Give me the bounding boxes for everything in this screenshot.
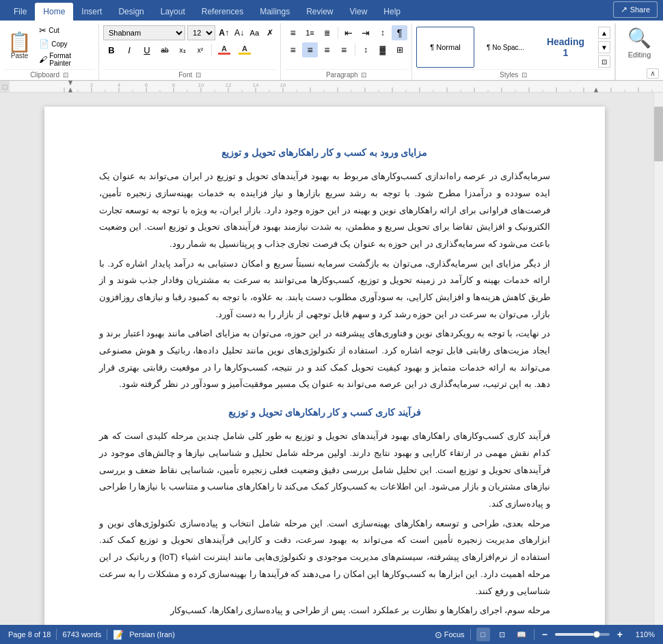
- paragraph-expand-icon[interactable]: ⊡: [361, 71, 366, 79]
- paragraph-label: Paragraph ⊡: [285, 69, 407, 80]
- borders-button[interactable]: ⊞: [392, 42, 407, 57]
- svg-text:8: 8: [172, 82, 176, 88]
- styles-more[interactable]: ⊡: [598, 55, 610, 68]
- shading-button[interactable]: ▓: [375, 42, 390, 57]
- section2-para3: مرحله سوم، اجرای راهکارها و نظارت بر عمل…: [99, 602, 550, 619]
- show-paragraph-button[interactable]: ¶: [392, 25, 407, 40]
- ruler: ▢ 2 4 6: [0, 81, 663, 93]
- tab-insert[interactable]: Insert: [73, 3, 110, 21]
- font-family-select[interactable]: Shabnam Arial Times New Roman: [103, 25, 185, 40]
- focus-button[interactable]: ⊙ Focus: [435, 630, 465, 640]
- web-view-button[interactable]: ⊡: [496, 628, 509, 641]
- styles-group: ¶ Normal ¶ No Spac... Heading 1 ▲ ▼ ⊡ St…: [412, 23, 615, 80]
- print-view-button[interactable]: □: [476, 628, 490, 641]
- svg-text:16: 16: [280, 82, 286, 88]
- tab-layout[interactable]: Layout: [152, 3, 193, 21]
- svg-text:12: 12: [226, 82, 232, 88]
- collapse-ribbon-button[interactable]: ∧: [647, 68, 659, 79]
- page-info[interactable]: Page 8 of 18: [8, 630, 51, 639]
- ribbon-tabs-row: File Home Insert Design Layout Reference…: [0, 0, 663, 21]
- editing-label: Editing: [628, 51, 651, 59]
- tab-home[interactable]: Home: [35, 3, 73, 21]
- section2-title: فرآیند کاری کسب و کار راهکارهای تحویل و …: [99, 404, 550, 421]
- language-info[interactable]: Persian (Iran): [129, 630, 175, 639]
- focus-icon: ⊙: [435, 630, 442, 640]
- svg-text:2: 2: [90, 82, 94, 88]
- paste-icon: 📋: [8, 33, 31, 52]
- section1-para1: سرمایه‌گذاری در عرصه راه‌اندازی کسب‌وکار…: [99, 168, 550, 252]
- numbering-button[interactable]: 1≡: [302, 25, 318, 40]
- style-normal-item[interactable]: ¶ Normal: [416, 27, 474, 68]
- font-color-button[interactable]: A: [215, 42, 234, 57]
- read-view-button[interactable]: 📖: [515, 628, 528, 641]
- line-spacing-button[interactable]: ↕: [358, 42, 374, 57]
- bold-button[interactable]: B: [103, 42, 120, 57]
- align-right-button[interactable]: ≡: [319, 42, 335, 57]
- zoom-in-button[interactable]: +: [615, 629, 625, 640]
- ribbon-content: 📋 Paste ✂ Cut 📄 Copy 🖌 Format Painter: [0, 21, 663, 81]
- font-size-select[interactable]: 12 10 11 14 16: [187, 25, 215, 40]
- status-bar: Page 8 of 18 6743 words 📝 Persian (Iran)…: [0, 625, 663, 644]
- highlight-button[interactable]: A: [235, 42, 254, 57]
- align-center-button[interactable]: ≡: [302, 42, 318, 57]
- format-painter-icon: 🖌: [39, 55, 47, 64]
- svg-text:10: 10: [198, 82, 204, 88]
- align-left-button[interactable]: ≡: [285, 42, 301, 57]
- subscript-button[interactable]: x₂: [174, 42, 191, 57]
- search-icon: 🔍: [627, 29, 651, 48]
- clipboard-label: Clipboard ⊡: [4, 69, 94, 80]
- font-label: Font ⊡: [103, 69, 276, 80]
- italic-button[interactable]: I: [121, 42, 137, 57]
- change-case-button[interactable]: Aa: [248, 25, 261, 40]
- increase-indent-button[interactable]: ⇥: [358, 25, 374, 40]
- paste-button[interactable]: 📋 Paste: [4, 23, 35, 69]
- cut-icon: ✂: [39, 25, 46, 36]
- format-painter-button[interactable]: 🖌 Format Painter: [36, 51, 94, 68]
- underline-button[interactable]: U: [139, 42, 155, 57]
- styles-expand-icon[interactable]: ⊡: [522, 71, 527, 79]
- scrollbar-thumb[interactable]: [654, 107, 663, 161]
- multilevel-list-button[interactable]: ≣: [319, 25, 335, 40]
- word-count[interactable]: 6743 words: [62, 630, 101, 639]
- status-sep2: [107, 629, 107, 640]
- tab-file[interactable]: File: [5, 3, 35, 21]
- section1-para3: در نهایت، با توجه به رویکردهای نوین و فن…: [99, 325, 550, 393]
- zoom-level[interactable]: 110%: [630, 630, 655, 639]
- vertical-scrollbar-track[interactable]: [653, 93, 663, 625]
- align-justify-button[interactable]: ≡: [336, 42, 352, 57]
- styles-scroll-down[interactable]: ▼: [598, 41, 610, 53]
- style-heading1-item[interactable]: Heading 1: [537, 27, 595, 68]
- tab-references[interactable]: References: [193, 3, 252, 21]
- tab-help[interactable]: Help: [375, 3, 409, 21]
- strikethrough-button[interactable]: ab: [157, 42, 173, 57]
- decrease-indent-button[interactable]: ⇤: [341, 25, 357, 40]
- increase-font-button[interactable]: A↑: [217, 25, 230, 40]
- zoom-slider-thumb[interactable]: [593, 631, 600, 638]
- tab-review[interactable]: Review: [298, 3, 341, 21]
- clear-format-button[interactable]: ✗: [263, 25, 276, 40]
- share-button[interactable]: ↗ Share: [613, 1, 658, 18]
- tab-design[interactable]: Design: [110, 3, 152, 21]
- font-expand-icon[interactable]: ⊡: [195, 71, 201, 79]
- section2-para2: مرحله بعدی، طراحی و توسعه راهکارهای بهین…: [99, 515, 550, 600]
- superscript-button[interactable]: x²: [192, 42, 208, 57]
- decrease-font-button[interactable]: A↓: [232, 25, 245, 40]
- zoom-slider-fill: [555, 633, 595, 636]
- styles-scroll-up[interactable]: ▲: [598, 27, 610, 39]
- bullets-button[interactable]: ≡: [285, 25, 301, 40]
- document-area: مزایای ورود به کسب و کار راهکارهای تحویل…: [0, 93, 663, 625]
- sort-button[interactable]: ↕: [375, 25, 390, 40]
- zoom-out-button[interactable]: −: [540, 629, 550, 640]
- clipboard-expand-icon[interactable]: ⊡: [63, 71, 68, 79]
- cut-button[interactable]: ✂ Cut: [36, 24, 94, 37]
- status-sep4: [534, 629, 535, 640]
- style-nospace-item[interactable]: ¶ No Spac...: [476, 27, 535, 68]
- share-icon: ↗: [621, 5, 627, 14]
- zoom-slider[interactable]: [555, 633, 610, 636]
- svg-rect-0: [10, 81, 663, 93]
- app-container: File Home Insert Design Layout Reference…: [0, 0, 663, 644]
- status-sep1: [56, 629, 57, 640]
- tab-view[interactable]: View: [342, 3, 376, 21]
- copy-button[interactable]: 📄 Copy: [36, 38, 94, 50]
- tab-mailings[interactable]: Mailings: [252, 3, 298, 21]
